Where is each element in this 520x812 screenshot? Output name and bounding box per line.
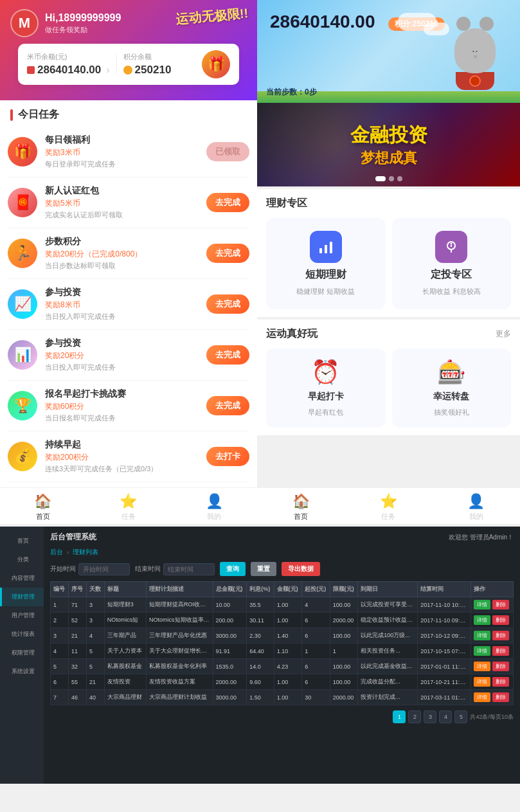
detail-button[interactable]: 详情: [474, 615, 490, 625]
sidebar-item-users[interactable]: 用户管理: [0, 606, 44, 625]
cell: 2017-10-12 09:11:10: [418, 628, 471, 644]
task-icon-redpacket: 🧧: [8, 188, 37, 217]
detail-button[interactable]: 详情: [474, 646, 490, 656]
sports-card-spinner[interactable]: 🎰 幸运转盘 抽奖领好礼: [392, 348, 512, 428]
detail-button[interactable]: 详情: [474, 600, 490, 609]
task-content-earlyrise: 持续早起 奖励200积分 连续3天即可完成任务（已完成0/3）: [45, 439, 199, 474]
admin-header-bar: 后台管理系统 欢迎您 管理员Admin！: [50, 532, 514, 543]
detail-button[interactable]: 详情: [474, 692, 490, 702]
col-days: 天数: [86, 582, 104, 597]
sports-more[interactable]: 更多: [496, 329, 511, 339]
page-btn-4[interactable]: 4: [439, 710, 452, 723]
page-btn-1[interactable]: 1: [393, 710, 406, 723]
nav-label-tasks-right: 任务: [381, 512, 395, 521]
mouse-eyes: • •: [472, 48, 478, 54]
task-btn-signup[interactable]: 去完成: [206, 396, 249, 415]
delete-button[interactable]: 删除: [492, 631, 509, 640]
cell: 32: [68, 659, 86, 674]
balance-bar[interactable]: 米币余额(元) 28640140.00 › 积分余额 250210 🎁: [18, 44, 239, 85]
balance-number-points: 250210: [135, 64, 172, 77]
delete-button[interactable]: 删除: [492, 600, 509, 609]
search-button[interactable]: 查询: [220, 562, 246, 576]
nav-item-home-right[interactable]: 🏠 首页: [257, 493, 345, 521]
admin-user-info: 欢迎您 管理员Admin！: [449, 533, 514, 542]
finance-card-short[interactable]: 短期理财 稳健理财 短期收益: [266, 218, 386, 309]
breadcrumb-home[interactable]: 后台: [50, 548, 63, 557]
task-btn-invest1[interactable]: 去完成: [206, 294, 249, 314]
delete-button[interactable]: 删除: [492, 677, 509, 687]
page-btn-2[interactable]: 2: [408, 710, 421, 723]
cell: 4: [86, 628, 104, 644]
task-btn-earlyrise[interactable]: 去打卡: [206, 447, 249, 466]
nav-label-home-right: 首页: [294, 512, 308, 521]
checkin-icon: ⏰: [311, 359, 340, 386]
detail-button[interactable]: 详情: [474, 631, 490, 640]
finance-icon-fixed: [435, 231, 467, 263]
cell: 短期理财提高ROI收益率: [147, 597, 213, 613]
cell: NOtomics短: [104, 613, 146, 628]
gift-icon[interactable]: 🎁: [202, 50, 230, 78]
export-button[interactable]: 导出数据: [282, 562, 320, 576]
cell: 91.91: [213, 644, 247, 659]
page-btn-5[interactable]: 5: [454, 710, 467, 723]
task-btn-welfare[interactable]: 已领取: [206, 142, 249, 161]
cell: 1: [51, 597, 69, 613]
sidebar-item-perms[interactable]: 权限管理: [0, 644, 44, 662]
filter-input-end[interactable]: [163, 563, 215, 575]
cell: 1.00: [274, 597, 301, 613]
right-balance-main: 28640140.00: [270, 12, 375, 32]
sidebar-item-home[interactable]: 首页: [0, 532, 44, 550]
cell: 6: [302, 613, 330, 628]
left-bottom-nav: 🏠 首页 ⭐ 任务 👤 我的: [0, 487, 257, 524]
delete-button[interactable]: 删除: [492, 662, 509, 671]
sidebar-item-stats[interactable]: 统计报表: [0, 625, 44, 644]
finance-card-desc-short: 稳健理财 短期收益: [296, 287, 355, 296]
table-row: 3 21 4 三年期产品 三年理财产品年化优惠 3000.00 2.30 1.4…: [51, 628, 514, 644]
sports-cards: ⏰ 早起打卡 早起有红包 🎰 幸运转盘 抽奖领好礼: [266, 348, 511, 428]
svg-rect-4: [451, 249, 452, 253]
task-btn-redpacket[interactable]: 去完成: [206, 193, 249, 212]
detail-button[interactable]: 详情: [474, 677, 490, 687]
detail-button[interactable]: 详情: [474, 662, 490, 671]
nav-item-home-left[interactable]: 🏠 首页: [0, 493, 85, 521]
task-item: 🏃 步数积分 奖励20积分（已完成0/800） 当日步数达标即可领取 去完成: [8, 228, 249, 279]
section-accent: [10, 109, 13, 121]
sidebar-item-settings[interactable]: 系统设置: [0, 662, 44, 681]
admin-filter-bar: 开始时间 结束时间 查询 重置 导出数据: [50, 562, 514, 576]
task-btn-steps[interactable]: 去完成: [206, 244, 249, 263]
cell: 2017-03-11 01:12:11: [418, 690, 471, 705]
sports-card-checkin[interactable]: ⏰ 早起打卡 早起有红包: [266, 348, 386, 428]
dot-1: [375, 176, 386, 181]
nav-item-profile-left[interactable]: 👤 我的: [172, 493, 257, 521]
cell: 2017-11-10 09:25:33: [418, 613, 471, 628]
task-icon-signup: 🏆: [8, 391, 37, 420]
cell: 100.00: [330, 597, 357, 613]
nav-item-profile-right[interactable]: 👤 我的: [433, 493, 520, 521]
task-content-steps: 步数积分 奖励20积分（已完成0/800） 当日步数达标即可领取: [45, 236, 199, 271]
cell: 10.00: [213, 597, 247, 613]
sidebar-item-content[interactable]: 内容管理: [0, 569, 44, 588]
page-btn-3[interactable]: 3: [424, 710, 436, 723]
cell: 2017-01-01 11:11:11: [418, 659, 471, 674]
delete-button[interactable]: 删除: [492, 646, 509, 656]
mouse-character-area: • • ∪: [436, 6, 514, 90]
today-tasks-section: 今日任务: [0, 100, 257, 127]
balance-number-coins: 28640140.00: [37, 64, 101, 77]
nav-item-tasks-right[interactable]: ⭐ 任务: [345, 493, 432, 521]
delete-button[interactable]: 删除: [492, 615, 509, 625]
sidebar-item-category[interactable]: 分类: [0, 550, 44, 569]
reset-button[interactable]: 重置: [251, 562, 276, 576]
right-bottom-nav: 🏠 首页 ⭐ 任务 👤 我的: [257, 487, 520, 524]
nav-label-profile-right: 我的: [469, 512, 483, 521]
breadcrumb-current[interactable]: 理财列表: [73, 548, 98, 557]
finance-card-fixed[interactable]: 定投专区 长期收益 利息较高: [392, 218, 512, 309]
sidebar-item-finance[interactable]: 理财管理: [0, 588, 44, 606]
home-icon-left: 🏠: [34, 493, 51, 510]
task-desc: 当日投入即可完成任务: [45, 312, 199, 321]
delete-button[interactable]: 删除: [492, 692, 509, 702]
nav-item-tasks-left[interactable]: ⭐ 任务: [85, 493, 171, 521]
filter-input-start[interactable]: [78, 563, 130, 575]
nav-label-profile-left: 我的: [207, 512, 221, 521]
task-btn-invest2[interactable]: 去完成: [206, 345, 249, 365]
cell: 详情 删除: [471, 674, 514, 690]
